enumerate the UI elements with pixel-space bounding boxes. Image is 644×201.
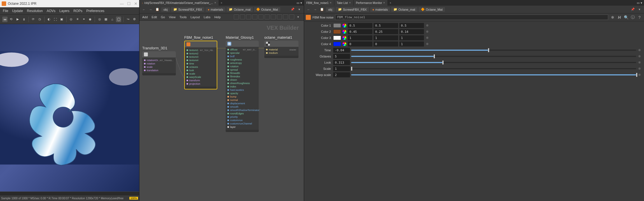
node-transform3d[interactable]: Transform_3D1 rotationOr...NT_TRANS... r… xyxy=(142,46,176,75)
tool-icon-4[interactable] xyxy=(252,14,257,19)
path-screws[interactable]: 📁ScrewsFBX_FBX xyxy=(336,7,369,12)
close-icon[interactable]: ✕ xyxy=(383,1,385,4)
gear-icon[interactable]: ❄ xyxy=(425,42,430,46)
port-diffuse[interactable]: diffuseNT_MAT_G... xyxy=(226,48,259,51)
port-priority[interactable]: priority xyxy=(226,115,259,119)
close-button[interactable]: ✕ xyxy=(134,1,137,6)
color-picker-icon[interactable] xyxy=(342,23,347,28)
dropdown-icon[interactable]: ▾ xyxy=(641,1,642,5)
menu-help[interactable]: Help xyxy=(214,15,221,19)
color-r-input[interactable] xyxy=(348,23,372,28)
gear-icon[interactable]: ❄ xyxy=(637,54,642,59)
gear-icon[interactable]: ❄ xyxy=(637,73,642,77)
slider[interactable] xyxy=(351,50,636,51)
port-customAovChannel[interactable]: customAovChannel xyxy=(226,122,259,125)
port-smoothShadowTerminator[interactable]: smoothShadowTerminator xyxy=(226,108,259,112)
play-start-icon[interactable]: ⏮ xyxy=(2,17,8,22)
port-roughness[interactable]: roughness xyxy=(226,58,259,61)
maximize-button[interactable]: ☐ xyxy=(127,1,131,6)
node-graph[interactable]: VEX Builder Transform_3D1 rotationOr...N… xyxy=(139,21,304,201)
tool-icon-6[interactable] xyxy=(265,14,270,19)
help-icon[interactable]: ? xyxy=(637,15,642,20)
refresh-icon[interactable]: ⟳ xyxy=(31,17,36,22)
close-icon[interactable]: ✕ xyxy=(349,1,351,4)
value-input[interactable] xyxy=(333,72,350,77)
color-g-input[interactable] xyxy=(374,29,398,34)
back-button[interactable]: ← xyxy=(141,7,147,12)
tool-icon-7[interactable] xyxy=(271,14,276,19)
tool-icon-8[interactable] xyxy=(277,14,282,19)
port-customAov[interactable]: customAov xyxy=(226,119,259,122)
settings-icon[interactable]: ⚙ xyxy=(132,17,137,22)
port-layer[interactable]: layer xyxy=(226,125,259,129)
path-octanemat2[interactable]: 🔶Octane_Mat xyxy=(419,7,445,12)
node-name-input[interactable] xyxy=(335,15,608,20)
value-input[interactable] xyxy=(333,66,350,71)
scope-icon[interactable]: ◯ xyxy=(116,17,121,22)
focus-icon[interactable]: ◎ xyxy=(69,17,74,22)
path-octanemat[interactable]: 📁Octane_mat xyxy=(227,7,253,12)
port-filmwidth[interactable]: filmwidth xyxy=(226,71,259,75)
tool-icon-3[interactable] xyxy=(246,14,251,19)
menu-go[interactable]: Go xyxy=(161,15,165,19)
path-materials[interactable]: ●materials xyxy=(370,7,390,12)
value-input[interactable] xyxy=(333,54,350,59)
color-b-input[interactable] xyxy=(399,23,424,28)
path-octanemat2[interactable]: 🔶Octane_Mat xyxy=(254,7,280,12)
color-picker-icon[interactable] xyxy=(342,29,347,34)
color-swatch[interactable] xyxy=(333,36,341,40)
clock-icon[interactable]: ◷ xyxy=(37,17,42,22)
history-icon[interactable]: 📋 xyxy=(319,7,325,12)
color-g-input[interactable] xyxy=(374,23,398,28)
tool-icon-2[interactable] xyxy=(240,14,245,19)
menu-layout[interactable]: Layout xyxy=(191,15,200,19)
gear-icon[interactable]: ❄ xyxy=(425,29,430,34)
forward-button[interactable]: → xyxy=(312,7,318,12)
window-icon[interactable]: ▭ xyxy=(637,1,640,5)
color-picker-icon[interactable] xyxy=(342,42,347,46)
port-opacity[interactable]: opacity xyxy=(226,92,259,95)
value-input[interactable] xyxy=(333,60,350,65)
port-brdf[interactable]: brdf xyxy=(226,55,259,58)
h-icon[interactable]: H xyxy=(617,15,622,20)
viewport-scrollbar[interactable] xyxy=(0,191,139,195)
port-sheen[interactable]: sheen xyxy=(226,78,259,82)
port-roundEdges[interactable]: roundEdges xyxy=(226,112,259,115)
color-picker-icon[interactable] xyxy=(342,36,347,40)
menu-preferences[interactable]: Preferences xyxy=(86,9,104,13)
contrast-icon[interactable]: ◐ xyxy=(46,17,52,22)
port-normal[interactable]: normal xyxy=(226,98,259,102)
tool-icon-9[interactable] xyxy=(283,14,288,19)
play-icon[interactable]: ▶ xyxy=(15,17,20,22)
port-displacement[interactable]: displacement xyxy=(226,102,259,105)
tab-takelist[interactable]: Take List✕ xyxy=(334,0,353,6)
menu-aovs[interactable]: AOVs xyxy=(47,9,55,13)
color-swatch[interactable] xyxy=(333,42,341,46)
pin-icon[interactable]: 📌 xyxy=(630,7,636,12)
tab-add-button[interactable]: + xyxy=(219,1,224,4)
gear-icon[interactable]: ❄ xyxy=(637,60,642,65)
port-rotation[interactable]: rotation xyxy=(226,65,259,68)
vex-tab[interactable]: ↓ /obj/ScrewsFBX_FBX/materials/Octane_ma… xyxy=(139,0,219,6)
history-icon[interactable]: 📋 xyxy=(155,7,160,12)
gear-icon[interactable]: ❄ xyxy=(637,66,642,71)
menu-labs[interactable]: Labs xyxy=(204,15,211,19)
menu-file[interactable]: File xyxy=(3,9,8,13)
menu-view[interactable]: View xyxy=(169,15,176,19)
tab-perfmon[interactable]: Performance Monitor✕ xyxy=(354,0,388,6)
port-hasCaustics[interactable]: hasCaustics xyxy=(226,88,259,92)
color-b-input[interactable] xyxy=(399,29,424,34)
port-index[interactable]: index xyxy=(226,85,259,88)
path-obj[interactable]: obj xyxy=(326,7,335,12)
menu-resolution[interactable]: Resolution xyxy=(27,9,43,13)
color-g-input[interactable] xyxy=(374,35,398,40)
slider[interactable] xyxy=(351,56,636,57)
path-obj[interactable]: obj xyxy=(161,7,170,12)
gear-icon[interactable]: ❄ xyxy=(425,36,430,40)
color-g-input[interactable] xyxy=(374,41,398,47)
path-screws[interactable]: 📁ScrewsFBX_FBX xyxy=(171,7,204,12)
rewind-icon[interactable]: ⟲ xyxy=(9,17,14,22)
menu-tools[interactable]: Tools xyxy=(179,15,187,19)
color-r-input[interactable] xyxy=(348,29,372,34)
minimize-button[interactable]: — xyxy=(120,1,124,6)
